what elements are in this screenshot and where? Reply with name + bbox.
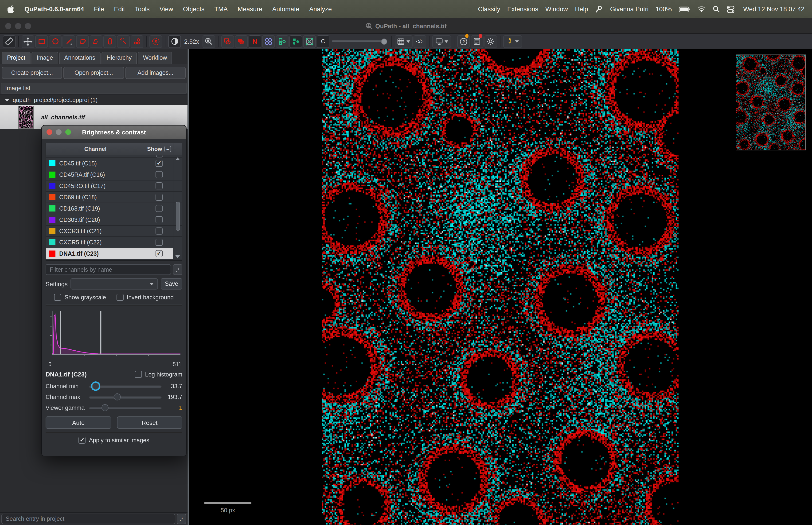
apply-to-similar-images-option[interactable]: Apply to similar images: [78, 437, 149, 444]
channel-table-scrollbar[interactable]: [174, 155, 181, 260]
dialog-title-bar[interactable]: Brightness & contrast: [42, 125, 186, 139]
menu-classify[interactable]: Classify: [478, 6, 500, 13]
channel-row[interactable]: CD45RO.tif (C17): [46, 180, 182, 192]
dialog-minimize-button[interactable]: [56, 129, 62, 135]
channel-show-checkbox[interactable]: [155, 227, 163, 235]
spotlight-search-icon[interactable]: [713, 6, 720, 13]
menu-analyze[interactable]: Analyze: [309, 6, 332, 13]
menu-edit[interactable]: Edit: [114, 6, 125, 13]
battery-icon[interactable]: [679, 6, 690, 12]
tab-project[interactable]: Project: [2, 52, 31, 64]
project-tree-node[interactable]: qupath_project/project.qpproj (1): [0, 95, 187, 105]
zoom-to-fit-button[interactable]: [202, 35, 215, 48]
overview-thumbnail[interactable]: [736, 55, 806, 150]
show-annotations-button[interactable]: [221, 35, 234, 48]
settings-dropdown[interactable]: [71, 278, 158, 289]
channel-row[interactable]: CXCR3.tif (C21): [46, 226, 182, 237]
save-settings-button[interactable]: Save: [161, 278, 182, 289]
slide-viewer[interactable]: 50 px: [188, 49, 812, 525]
menu-tools[interactable]: Tools: [135, 6, 150, 13]
create-project-button[interactable]: Create project...: [2, 67, 62, 79]
open-project-button[interactable]: Open project...: [64, 67, 124, 79]
toggle-all-channels-button[interactable]: [165, 146, 171, 152]
key-icon[interactable]: [595, 5, 603, 13]
magnification-label[interactable]: 2.52x: [181, 38, 202, 45]
tab-workflow[interactable]: Workflow: [138, 52, 172, 64]
channel-show-checkbox[interactable]: [155, 160, 163, 167]
apply-to-similar-images-checkbox[interactable]: [78, 437, 86, 444]
show-grayscale-checkbox[interactable]: [54, 294, 61, 301]
project-search-input[interactable]: Search entry in project: [1, 514, 175, 524]
channel-show-checkbox[interactable]: [155, 182, 163, 190]
polyline-tool-button[interactable]: [90, 35, 103, 48]
menu-view[interactable]: View: [159, 6, 173, 13]
window-minimize-button[interactable]: [15, 23, 21, 29]
slider-thumb[interactable]: [102, 404, 109, 411]
apple-logo-icon[interactable]: [7, 5, 15, 13]
tab-hierarchy[interactable]: Hierarchy: [101, 52, 137, 64]
polygon-tool-button[interactable]: [76, 35, 89, 48]
menu-tma[interactable]: TMA: [214, 6, 228, 13]
opacity-slider-thumb[interactable]: [381, 38, 387, 44]
menubar-clock[interactable]: Wed 12 Nov 18 07 42: [743, 6, 805, 13]
channel-row[interactable]: CD45.tif (C15): [46, 158, 182, 169]
channel-show-checkbox[interactable]: [155, 216, 163, 223]
channel-column-header[interactable]: Channel: [46, 144, 145, 155]
scrollbar-thumb[interactable]: [175, 201, 180, 230]
measure-ruler-tool-button[interactable]: [3, 35, 16, 48]
show-grayscale-option[interactable]: Show grayscale: [54, 294, 106, 301]
show-detections-button[interactable]: [276, 35, 289, 48]
slider-thumb[interactable]: [92, 382, 99, 389]
menubar-username[interactable]: Givanna Putri: [610, 6, 649, 13]
tab-annotations[interactable]: Annotations: [59, 52, 100, 64]
wand-tool-button[interactable]: [117, 35, 130, 48]
wifi-icon[interactable]: [697, 6, 706, 12]
log-viewer-button[interactable]: [471, 35, 484, 48]
points-tool-button[interactable]: [131, 35, 143, 48]
project-search-regex-button[interactable]: .*: [177, 514, 186, 524]
channel-row[interactable]: CD163.tif (C19): [46, 203, 182, 214]
channel-show-checkbox[interactable]: [155, 171, 163, 178]
show-names-button[interactable]: N: [249, 35, 261, 48]
channel-row[interactable]: CXCR5.tif (C22): [46, 237, 182, 248]
dialog-close-button[interactable]: [47, 129, 52, 135]
channel-show-checkbox[interactable]: [155, 205, 163, 212]
window-close-button[interactable]: [5, 23, 11, 29]
menu-objects[interactable]: Objects: [183, 6, 205, 13]
auto-button[interactable]: Auto: [46, 417, 111, 429]
measurement-tables-button[interactable]: [395, 35, 413, 48]
menu-window[interactable]: Window: [545, 6, 568, 13]
menubar-app-name[interactable]: QuPath-0.6.0-arm64: [25, 6, 84, 13]
channel-viewer-button[interactable]: C: [317, 35, 330, 48]
menu-measure[interactable]: Measure: [238, 6, 262, 13]
preferences-gear-button[interactable]: [485, 35, 497, 48]
fill-detections-button[interactable]: [289, 35, 302, 48]
disclosure-triangle-icon[interactable]: [5, 99, 10, 102]
rectangle-tool-button[interactable]: [35, 35, 48, 48]
show-pixel-classification-button[interactable]: [303, 35, 316, 48]
channel-row[interactable]: DNA1.tif (C23): [46, 248, 182, 259]
invert-background-option[interactable]: Invert background: [116, 294, 174, 301]
brush-tool-button[interactable]: [103, 35, 116, 48]
opacity-slider-track[interactable]: [332, 41, 387, 42]
help-button[interactable]: ?: [457, 35, 470, 48]
brightness-contrast-button[interactable]: [168, 35, 181, 48]
control-center-icon[interactable]: [727, 5, 734, 13]
line-tool-button[interactable]: [62, 35, 75, 48]
opacity-slider[interactable]: [332, 35, 387, 48]
channel-row[interactable]: CD69.tif (C18): [46, 192, 182, 203]
menu-file[interactable]: File: [94, 6, 104, 13]
pin-overlay-button[interactable]: [503, 35, 522, 48]
window-zoom-button[interactable]: [25, 23, 31, 29]
channel-row[interactable]: CD303.tif (C20): [46, 214, 182, 226]
dialog-zoom-button[interactable]: [65, 129, 71, 135]
show-column-header[interactable]: Show: [145, 144, 173, 155]
menu-automate[interactable]: Automate: [272, 6, 299, 13]
log-histogram-option[interactable]: Log histogram: [135, 371, 182, 378]
slider-thumb[interactable]: [114, 393, 121, 400]
menu-extensions[interactable]: Extensions: [507, 6, 538, 13]
menu-help[interactable]: Help: [575, 6, 588, 13]
channel-show-checkbox[interactable]: [155, 194, 163, 201]
move-tool-button[interactable]: [21, 35, 34, 48]
filter-regex-button[interactable]: .*: [173, 264, 182, 275]
